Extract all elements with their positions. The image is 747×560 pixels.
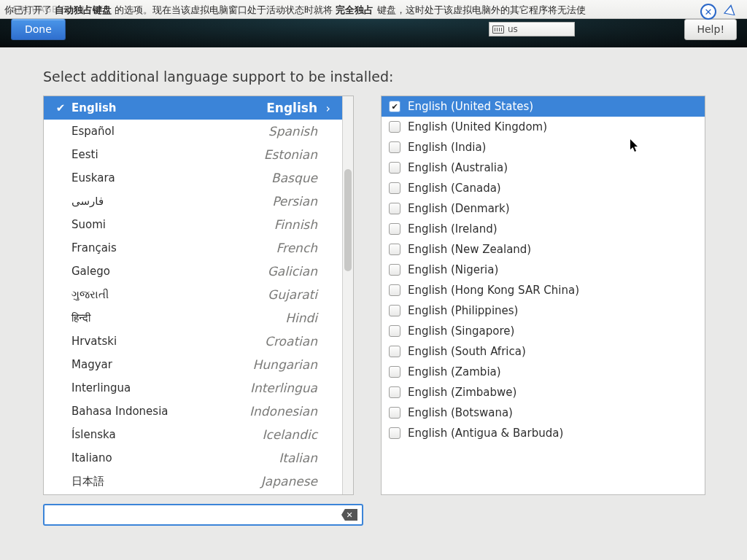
language-english-name: English: [117, 101, 317, 115]
language-english-name: Indonesian: [169, 404, 318, 419]
locale-checkbox[interactable]: [389, 101, 400, 112]
locale-checkbox[interactable]: [389, 305, 400, 316]
language-row[interactable]: MagyarHungarian›: [44, 353, 342, 376]
language-scrollbar[interactable]: [342, 96, 353, 494]
language-row[interactable]: EuskaraBasque›: [44, 166, 342, 190]
language-search-field[interactable]: ✕: [43, 504, 363, 526]
done-button[interactable]: Done: [11, 19, 66, 40]
language-english-name: Italian: [112, 451, 317, 465]
language-native-name: Galego: [69, 265, 110, 278]
language-native-name: Bahasa Indonesia: [69, 405, 169, 418]
close-icon[interactable]: ✕: [700, 4, 716, 20]
locale-label: English (Zambia): [408, 365, 501, 378]
locale-label: English (Australia): [408, 161, 508, 174]
language-list[interactable]: ✔EnglishEnglish›EspañolSpanish›EestiEsto…: [44, 96, 342, 494]
locale-label: English (Botswana): [408, 406, 513, 419]
language-row[interactable]: ગુજરાતીGujarati›: [44, 283, 342, 306]
notice-part-b: 自动独占键盘: [55, 4, 112, 15]
locale-row[interactable]: English (New Zealand): [382, 239, 705, 260]
locale-row[interactable]: English (Nigeria): [382, 260, 705, 280]
language-english-name: Croatian: [117, 334, 317, 349]
locale-label: English (Canada): [408, 182, 501, 195]
language-english-name: Gujarati: [109, 287, 317, 302]
language-row[interactable]: EestiEstonian›: [44, 143, 342, 166]
locale-label: English (United Kingdom): [408, 120, 547, 133]
language-native-name: ગુજરાતી: [69, 288, 109, 301]
language-row[interactable]: 日本語Japanese›: [44, 470, 342, 493]
search-input[interactable]: [44, 509, 341, 521]
keyboard-layout-label: us: [508, 24, 518, 34]
locale-label: English (Antigua & Barbuda): [408, 427, 563, 440]
language-native-name: Français: [69, 241, 117, 254]
locale-checkbox[interactable]: [389, 427, 400, 439]
locale-checkbox[interactable]: [389, 325, 400, 337]
language-row[interactable]: SuomiFinnish›: [44, 213, 342, 236]
language-row[interactable]: EspañolSpanish›: [44, 120, 342, 143]
locale-row[interactable]: English (Australia): [382, 158, 705, 178]
language-row[interactable]: Bahasa IndonesiaIndonesian›: [44, 400, 342, 423]
locale-checkbox[interactable]: [389, 203, 400, 214]
locale-checkbox[interactable]: [389, 141, 400, 153]
locale-checkbox[interactable]: [389, 346, 400, 357]
locale-row[interactable]: English (India): [382, 137, 705, 158]
locale-row[interactable]: English (Singapore): [382, 321, 705, 341]
locale-label: English (Singapore): [408, 324, 514, 338]
locale-row[interactable]: English (Zambia): [382, 362, 705, 382]
language-row[interactable]: ✔EnglishEnglish›: [44, 96, 342, 120]
language-english-name: Persian: [104, 194, 317, 209]
scrollbar-thumb[interactable]: [344, 169, 352, 271]
locale-label: English (United States): [408, 100, 533, 113]
locale-row[interactable]: English (United States): [382, 96, 705, 117]
vm-keyboard-capture-notice: 你已打开了 自动独占键盘 的选项。现在当该虚拟电脑窗口处于活动状态时就将 完全独…: [4, 4, 586, 17]
language-row[interactable]: हिन्दीHindi›: [44, 306, 342, 330]
language-native-name: हिन्दी: [69, 311, 90, 324]
language-english-name: Hindi: [90, 311, 317, 325]
locale-row[interactable]: English (Ireland): [382, 219, 705, 239]
locale-checkbox[interactable]: [389, 264, 400, 276]
language-english-name: Interlingua: [131, 381, 317, 395]
locale-row[interactable]: English (Philippines): [382, 300, 705, 321]
locale-label: English (Zimbabwe): [408, 386, 516, 399]
tray-icon[interactable]: [724, 4, 737, 16]
language-native-name: Magyar: [69, 358, 112, 371]
language-native-name: 日本語: [69, 475, 104, 489]
language-english-name: Icelandic: [116, 427, 317, 442]
language-row[interactable]: فارسیPersian›: [44, 190, 342, 213]
language-english-name: Basque: [115, 171, 317, 185]
clear-search-icon[interactable]: ✕: [341, 509, 357, 521]
locale-row[interactable]: English (Canada): [382, 178, 705, 198]
locale-row[interactable]: English (Denmark): [382, 198, 705, 219]
locale-row[interactable]: English (Hong Kong SAR China): [382, 280, 705, 300]
locale-checkbox[interactable]: [389, 244, 400, 255]
locale-list-panel[interactable]: English (United States)English (United K…: [381, 96, 705, 495]
language-native-name: Italiano: [69, 451, 112, 464]
locale-checkbox[interactable]: [389, 386, 400, 398]
language-list-panel: ✔EnglishEnglish›EspañolSpanish›EestiEsto…: [43, 96, 354, 495]
locale-label: English (Denmark): [408, 202, 510, 215]
locale-row[interactable]: English (Zimbabwe): [382, 382, 705, 402]
locale-checkbox[interactable]: [389, 366, 400, 378]
language-row[interactable]: GalegoGalician›: [44, 260, 342, 283]
locale-label: English (Hong Kong SAR China): [408, 284, 579, 297]
locale-row[interactable]: English (South Africa): [382, 341, 705, 362]
locale-row[interactable]: English (Botswana): [382, 402, 705, 423]
language-row[interactable]: ItalianoItalian›: [44, 446, 342, 470]
keyboard-layout-indicator[interactable]: us: [489, 22, 575, 36]
language-native-name: فارسی: [69, 195, 104, 208]
language-english-name: French: [117, 241, 317, 255]
language-row[interactable]: ÍslenskaIcelandic›: [44, 423, 342, 446]
locale-checkbox[interactable]: [389, 121, 400, 133]
locale-row[interactable]: English (United Kingdom): [382, 117, 705, 137]
help-button[interactable]: Help!: [684, 19, 737, 40]
language-row[interactable]: InterlinguaInterlingua›: [44, 376, 342, 400]
locale-checkbox[interactable]: [389, 407, 400, 419]
locale-checkbox[interactable]: [389, 284, 400, 296]
chevron-right-icon: ›: [317, 101, 330, 115]
language-english-name: Spanish: [115, 124, 317, 139]
locale-checkbox[interactable]: [389, 162, 400, 174]
locale-row[interactable]: English (Antigua & Barbuda): [382, 423, 705, 443]
language-row[interactable]: FrançaisFrench›: [44, 236, 342, 260]
language-row[interactable]: HrvatskiCroatian›: [44, 330, 342, 353]
locale-checkbox[interactable]: [389, 182, 400, 194]
locale-checkbox[interactable]: [389, 223, 400, 235]
